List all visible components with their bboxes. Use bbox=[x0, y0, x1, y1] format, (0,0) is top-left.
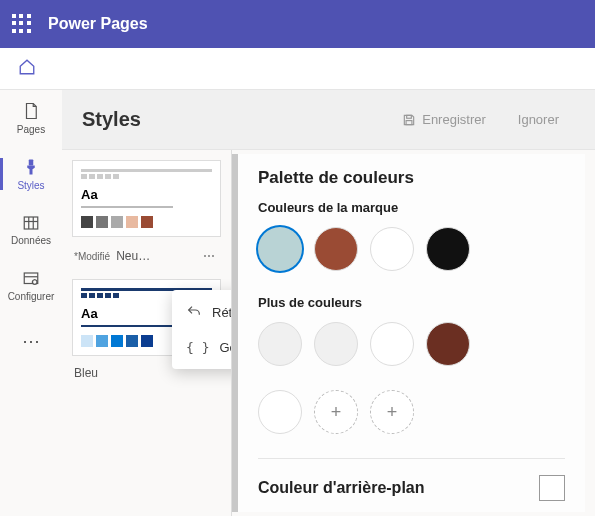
nav-configure-label: Configurer bbox=[8, 291, 55, 302]
undo-icon bbox=[186, 304, 202, 320]
page-title: Styles bbox=[82, 108, 386, 131]
nav-styles-label: Styles bbox=[17, 180, 44, 191]
theme-list: Aa *Modifié Neu… ⋯ bbox=[62, 150, 232, 516]
swatch-more-5[interactable] bbox=[258, 390, 302, 434]
swatch-brand-3[interactable] bbox=[370, 227, 414, 271]
bg-title: Couleur d'arrière-plan bbox=[258, 479, 425, 497]
swatch-more-3[interactable] bbox=[370, 322, 414, 366]
more-icon: ⋯ bbox=[22, 330, 40, 352]
color-panel: Palette de couleurs Couleurs de la marqu… bbox=[232, 154, 585, 512]
app-title: Power Pages bbox=[48, 15, 148, 33]
nav-configure[interactable]: Configurer bbox=[0, 258, 62, 314]
ignore-label: Ignorer bbox=[518, 112, 559, 127]
home-icon[interactable] bbox=[18, 58, 36, 80]
palette-title: Palette de couleurs bbox=[258, 168, 565, 188]
swatch-brand-2[interactable] bbox=[314, 227, 358, 271]
swatch-brand-1[interactable] bbox=[258, 227, 302, 271]
svg-rect-1 bbox=[24, 217, 38, 229]
swatch-brand-4[interactable] bbox=[426, 227, 470, 271]
theme-name-neutral: Neu… bbox=[116, 249, 150, 263]
nav-data[interactable]: Données bbox=[0, 202, 62, 258]
save-icon bbox=[402, 113, 416, 127]
brand-swatches bbox=[258, 227, 565, 271]
menu-reset[interactable]: Rétablir les valeurs par défaut bbox=[172, 294, 232, 330]
svg-rect-8 bbox=[407, 115, 412, 118]
left-nav: Pages Styles Données Configurer ⋯ bbox=[0, 90, 62, 516]
swatch-more-2[interactable] bbox=[314, 322, 358, 366]
more-swatches-1 bbox=[258, 322, 565, 366]
more-title: Plus de couleurs bbox=[258, 295, 565, 310]
theme-card-neutral[interactable]: Aa bbox=[72, 160, 221, 237]
svg-point-7 bbox=[33, 280, 38, 285]
nav-data-label: Données bbox=[11, 235, 51, 246]
menu-manage-css[interactable]: { } Gérer CSS bbox=[172, 330, 232, 365]
nav-pages-label: Pages bbox=[17, 124, 45, 135]
add-color-2[interactable]: + bbox=[370, 390, 414, 434]
swatch-more-4[interactable] bbox=[426, 322, 470, 366]
svg-rect-9 bbox=[406, 120, 412, 124]
brand-title: Couleurs de la marque bbox=[258, 200, 565, 215]
modified-badge: *Modifié bbox=[74, 251, 110, 262]
menu-css-label: Gérer CSS bbox=[219, 340, 232, 355]
svg-rect-0 bbox=[29, 160, 34, 166]
theme-more-button[interactable]: ⋯ bbox=[199, 247, 219, 265]
more-swatches-2: + + bbox=[258, 390, 565, 434]
save-button[interactable]: Enregistrer bbox=[386, 105, 502, 134]
context-menu: Rétablir les valeurs par défaut { } Gére… bbox=[172, 290, 232, 369]
braces-icon: { } bbox=[186, 340, 209, 355]
bg-color-swatch[interactable] bbox=[539, 475, 565, 501]
menu-reset-label: Rétablir les valeurs par défaut bbox=[212, 305, 232, 320]
nav-styles[interactable]: Styles bbox=[0, 146, 62, 202]
add-color-1[interactable]: + bbox=[314, 390, 358, 434]
ignore-button[interactable]: Ignorer bbox=[502, 105, 575, 134]
nav-pages[interactable]: Pages bbox=[0, 90, 62, 146]
save-label: Enregistrer bbox=[422, 112, 486, 127]
swatch-more-1[interactable] bbox=[258, 322, 302, 366]
nav-more[interactable]: ⋯ bbox=[0, 314, 62, 370]
app-launcher-icon[interactable] bbox=[12, 14, 32, 34]
